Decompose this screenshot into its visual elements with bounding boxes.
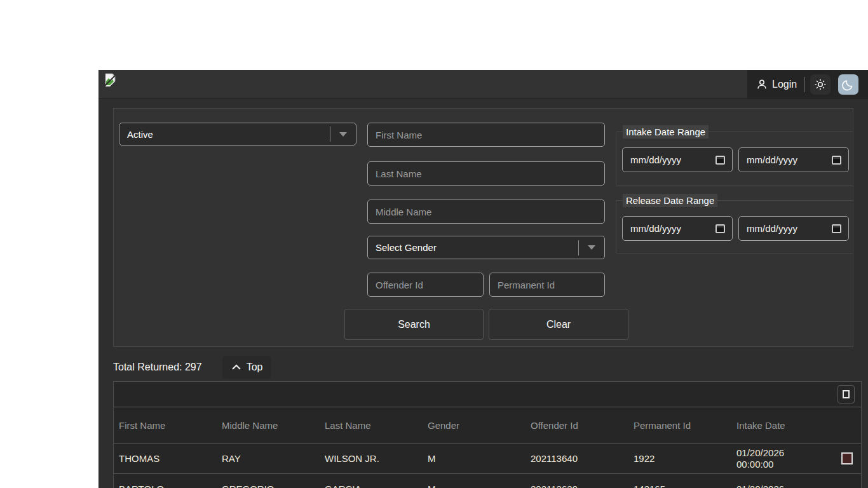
cell-first-name: THOMAS <box>114 453 217 464</box>
total-returned-count: Total Returned: 297 <box>113 362 202 373</box>
gender-select[interactable]: Select Gender <box>367 236 605 259</box>
cell-middle-name: RAY <box>217 453 320 464</box>
first-name-field-wrap <box>367 123 605 147</box>
intake-date-range-label: Intake Date Range <box>623 125 709 139</box>
chevron-up-icon <box>231 364 241 370</box>
header-actions-cluster: Login <box>747 70 868 99</box>
cell-permanent-id: 1922 <box>628 453 731 464</box>
square-placeholder-icon <box>843 390 850 398</box>
date-placeholder-text: mm/dd/yyyy <box>623 223 715 234</box>
status-select[interactable]: Active <box>119 123 356 146</box>
app-window: Login Active <box>98 70 868 488</box>
calendar-icon[interactable] <box>715 156 725 165</box>
row-image-placeholder-icon[interactable] <box>841 452 853 464</box>
cell-gender: M <box>423 453 526 464</box>
intake-date-text: 01/20/2026 <box>736 447 833 459</box>
intake-date-to[interactable]: mm/dd/yyyy <box>738 147 849 172</box>
clear-button[interactable]: Clear <box>489 309 628 340</box>
middle-name-input[interactable] <box>368 207 604 217</box>
broken-image-icon <box>104 73 116 87</box>
table-row[interactable]: BARTOLO GREGORIO GARCIA M 202113639 1421… <box>114 474 861 488</box>
intake-time-text: 00:00:00 <box>736 459 833 470</box>
table-toolbar <box>114 382 861 407</box>
top-button-label: Top <box>247 362 263 373</box>
cell-middle-name: GREGORIO <box>217 484 320 488</box>
column-header-intake-date[interactable]: Intake Date <box>731 420 833 431</box>
dark-theme-button[interactable] <box>838 74 858 95</box>
date-placeholder-text: mm/dd/yyyy <box>623 154 715 165</box>
sun-icon <box>814 78 827 91</box>
first-name-input[interactable] <box>368 130 604 140</box>
column-header-last-name[interactable]: Last Name <box>320 420 423 431</box>
intake-date-range-group: Intake Date Range mm/dd/yyyy mm/dd/yyyy <box>616 125 853 186</box>
offender-id-field-wrap <box>367 273 484 297</box>
column-header-gender[interactable]: Gender <box>423 420 526 431</box>
last-name-input[interactable] <box>368 168 604 179</box>
chevron-down-icon <box>339 132 347 137</box>
table-header-row: First Name Middle Name Last Name Gender … <box>114 407 861 444</box>
moon-icon <box>842 78 855 91</box>
date-placeholder-text: mm/dd/yyyy <box>739 154 832 165</box>
column-header-offender-id[interactable]: Offender Id <box>526 420 628 431</box>
cell-first-name: BARTOLO <box>114 484 217 488</box>
last-name-field-wrap <box>367 161 605 186</box>
release-date-range-label: Release Date Range <box>623 194 717 207</box>
person-icon <box>756 79 768 90</box>
cell-offender-id: 202113640 <box>526 453 628 464</box>
intake-date-text: 01/20/2026 <box>736 484 833 488</box>
date-placeholder-text: mm/dd/yyyy <box>739 223 832 234</box>
results-summary-bar: Total Returned: 297 Top <box>98 353 868 381</box>
cell-intake-date: 01/20/2026 00:00:00 <box>731 447 833 470</box>
chevron-down-icon <box>588 245 595 250</box>
cell-intake-date: 01/20/2026 <box>731 484 833 488</box>
table-toolbar-button[interactable] <box>837 385 855 403</box>
release-date-to[interactable]: mm/dd/yyyy <box>738 216 849 241</box>
login-label: Login <box>772 79 797 90</box>
gender-select-value: Select Gender <box>368 242 444 253</box>
cell-last-name: WILSON JR. <box>320 453 423 464</box>
cell-permanent-id: 142165 <box>628 484 731 488</box>
header-divider <box>804 77 805 92</box>
permanent-id-input[interactable] <box>490 280 604 290</box>
intake-date-from[interactable]: mm/dd/yyyy <box>622 147 733 172</box>
column-header-permanent-id[interactable]: Permanent Id <box>628 420 731 431</box>
top-navigation-bar: Login <box>98 70 868 99</box>
release-date-range-group: Release Date Range mm/dd/yyyy mm/dd/yyyy <box>616 194 853 254</box>
login-button[interactable]: Login <box>747 75 803 94</box>
select-divider <box>578 240 579 255</box>
release-date-from[interactable]: mm/dd/yyyy <box>622 216 733 241</box>
calendar-icon[interactable] <box>715 224 725 233</box>
cell-gender: M <box>423 484 526 488</box>
permanent-id-field-wrap <box>489 273 605 297</box>
column-header-middle-name[interactable]: Middle Name <box>217 420 320 431</box>
offender-id-input[interactable] <box>368 280 483 290</box>
cell-offender-id: 202113639 <box>526 484 628 488</box>
calendar-icon[interactable] <box>832 224 841 233</box>
cell-last-name: GARCIA <box>320 484 423 488</box>
select-divider <box>330 126 330 142</box>
calendar-icon[interactable] <box>832 156 841 165</box>
scroll-to-top-button[interactable]: Top <box>222 356 272 379</box>
column-header-first-name[interactable]: First Name <box>114 420 217 431</box>
results-table-container: First Name Middle Name Last Name Gender … <box>113 381 862 488</box>
status-select-value: Active <box>119 129 161 140</box>
table-row[interactable]: THOMAS RAY WILSON JR. M 202113640 1922 0… <box>114 444 861 474</box>
offender-search-panel: Active Select Gender S <box>113 108 853 347</box>
light-theme-button[interactable] <box>810 74 831 95</box>
search-button[interactable]: Search <box>344 309 484 340</box>
middle-name-field-wrap <box>367 200 605 224</box>
